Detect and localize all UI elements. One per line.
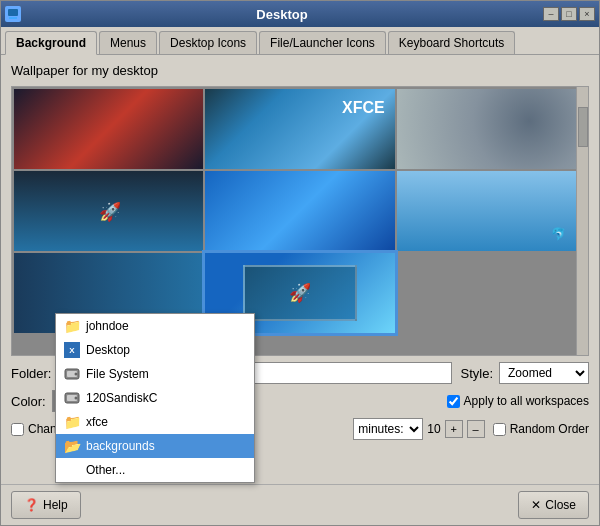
- dropdown-item-desktop[interactable]: X Desktop: [56, 338, 254, 362]
- wallpaper-thumb-6[interactable]: [397, 171, 586, 251]
- random-order-checkbox[interactable]: [493, 423, 506, 436]
- folder-icon-2: 📁: [64, 414, 80, 430]
- dropdown-item-filesystem[interactable]: File System: [56, 362, 254, 386]
- wallpaper-thumb-1[interactable]: [14, 89, 203, 169]
- color-label: Color:: [11, 394, 46, 409]
- tab-desktop-icons[interactable]: Desktop Icons: [159, 31, 257, 54]
- folder-label: Folder:: [11, 366, 51, 381]
- desktop-dialog: Desktop – □ × Background Menus Desktop I…: [0, 0, 600, 526]
- close-label: Close: [545, 498, 576, 512]
- dropdown-item-label: johndoe: [86, 319, 129, 333]
- folder-dropdown: 📁 johndoe X Desktop File System 120Sand: [55, 313, 255, 483]
- scrollbar-thumb[interactable]: [578, 107, 588, 147]
- minutes-value: 10: [427, 422, 440, 436]
- titlebar-buttons: – □ ×: [543, 7, 595, 21]
- close-dialog-button[interactable]: ✕ Close: [518, 491, 589, 519]
- dropdown-item-sandisk[interactable]: 120SandiskC: [56, 386, 254, 410]
- tab-file-launcher-icons[interactable]: File/Launcher Icons: [259, 31, 386, 54]
- dropdown-item-label: Desktop: [86, 343, 130, 357]
- minutes-increase-btn[interactable]: +: [445, 420, 463, 438]
- wallpaper-thumb-4[interactable]: [14, 171, 203, 251]
- other-icon: [64, 462, 80, 478]
- tab-bar: Background Menus Desktop Icons File/Laun…: [1, 27, 599, 55]
- minutes-decrease-btn[interactable]: –: [467, 420, 485, 438]
- folder-blue-icon: 📂: [64, 438, 80, 454]
- apply-workspace-label: Apply to all workspaces: [464, 394, 589, 408]
- help-icon: ❓: [24, 498, 39, 512]
- random-order-label: Random Order: [510, 422, 589, 436]
- wallpaper-grid: [12, 87, 588, 335]
- hdd-icon-2: [64, 390, 80, 406]
- dropdown-item-label: 120SandiskC: [86, 391, 157, 405]
- dropdown-item-label: File System: [86, 367, 149, 381]
- style-label: Style:: [460, 366, 493, 381]
- wallpaper-thumb-2[interactable]: [205, 89, 394, 169]
- apply-workspace-checkbox[interactable]: [447, 395, 460, 408]
- svg-rect-1: [8, 9, 18, 16]
- minimize-button[interactable]: –: [543, 7, 559, 21]
- wallpaper-label: Wallpaper for my desktop: [11, 63, 589, 78]
- dropdown-item-label: xfce: [86, 415, 108, 429]
- scrollbar[interactable]: [576, 87, 588, 355]
- change-background-checkbox[interactable]: [11, 423, 24, 436]
- maximize-button[interactable]: □: [561, 7, 577, 21]
- wallpaper-thumb-5[interactable]: [205, 171, 394, 251]
- dropdown-item-other[interactable]: Other...: [56, 458, 254, 482]
- dropdown-item-label: backgrounds: [86, 439, 155, 453]
- dropdown-item-label: Other...: [86, 463, 125, 477]
- help-button[interactable]: ❓ Help: [11, 491, 81, 519]
- svg-point-5: [75, 373, 78, 376]
- hdd-icon: [64, 366, 80, 382]
- close-button[interactable]: ×: [579, 7, 595, 21]
- close-icon: ✕: [531, 498, 541, 512]
- svg-rect-2: [9, 17, 17, 19]
- dropdown-item-johndoe[interactable]: 📁 johndoe: [56, 314, 254, 338]
- dialog-footer: ❓ Help ✕ Close: [1, 484, 599, 525]
- minutes-select[interactable]: minutes:: [353, 418, 423, 440]
- help-label: Help: [43, 498, 68, 512]
- tab-menus[interactable]: Menus: [99, 31, 157, 54]
- folder-icon: 📁: [64, 318, 80, 334]
- wallpaper-thumb-3[interactable]: [397, 89, 586, 169]
- svg-point-8: [75, 397, 78, 400]
- tab-keyboard-shortcuts[interactable]: Keyboard Shortcuts: [388, 31, 515, 54]
- titlebar: Desktop – □ ×: [1, 1, 599, 27]
- window-title: Desktop: [21, 7, 543, 22]
- tab-background[interactable]: Background: [5, 31, 97, 55]
- dropdown-item-backgrounds[interactable]: 📂 backgrounds: [56, 434, 254, 458]
- xfce-icon: X: [64, 342, 80, 358]
- dropdown-item-xfce[interactable]: 📁 xfce: [56, 410, 254, 434]
- content-area: Wallpaper for my desktop Fold: [1, 55, 599, 484]
- style-select[interactable]: Zoomed Scaled Stretched Centered Tiled: [499, 362, 589, 384]
- window-icon: [5, 6, 21, 22]
